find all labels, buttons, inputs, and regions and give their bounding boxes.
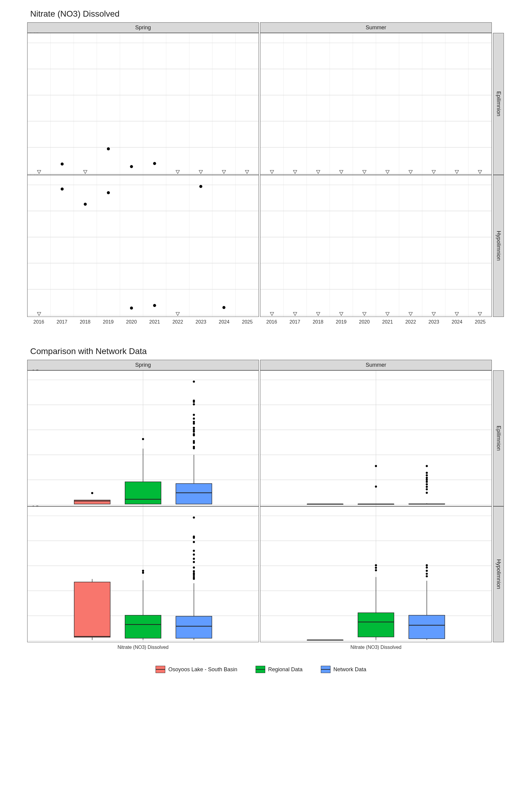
svg-point-144 xyxy=(426,477,428,479)
svg-point-61 xyxy=(222,306,225,309)
svg-rect-93 xyxy=(125,482,161,504)
svg-point-173 xyxy=(193,570,195,572)
panel2-spring-hypo xyxy=(27,506,259,642)
facet-row-epi: Epilimnion xyxy=(493,33,504,175)
svg-point-58 xyxy=(130,307,133,310)
svg-point-113 xyxy=(193,403,195,405)
svg-rect-157 xyxy=(74,582,110,637)
svg-point-172 xyxy=(193,572,195,574)
svg-point-163 xyxy=(142,572,144,574)
panel-spring-epi xyxy=(27,33,259,175)
facet-row-epi: Epilimnion xyxy=(493,370,504,506)
svg-point-207 xyxy=(426,570,428,572)
svg-point-105 xyxy=(193,433,195,435)
svg-point-18 xyxy=(107,147,110,150)
svg-point-208 xyxy=(426,566,428,569)
x-cat: Nitrate (NO3) Dissolved xyxy=(260,642,492,651)
facet-col-summer: Summer xyxy=(260,22,492,33)
facet-row-hypo: Hypolimnion xyxy=(493,506,504,642)
legend-label: Network Data xyxy=(334,666,366,673)
svg-point-103 xyxy=(193,440,195,442)
svg-point-19 xyxy=(130,165,133,168)
panel2-summer-hypo xyxy=(260,506,492,642)
svg-point-205 xyxy=(426,575,428,577)
svg-point-20 xyxy=(153,162,156,165)
svg-point-174 xyxy=(193,566,195,569)
svg-point-209 xyxy=(426,564,428,566)
panel-summer-epi xyxy=(260,33,492,175)
svg-rect-98 xyxy=(176,484,212,504)
facet-col-spring: Spring xyxy=(27,22,259,33)
chart2-title: Comparison with Network Data xyxy=(30,346,516,356)
svg-point-181 xyxy=(193,535,195,538)
panel2-spring-epi xyxy=(27,370,259,506)
svg-point-179 xyxy=(193,541,195,543)
svg-point-101 xyxy=(193,446,195,448)
svg-rect-196 xyxy=(358,613,394,637)
svg-point-57 xyxy=(107,191,110,194)
svg-point-107 xyxy=(193,429,195,431)
svg-point-112 xyxy=(193,414,195,416)
panel2-summer-epi xyxy=(260,370,492,506)
svg-point-95 xyxy=(142,438,144,440)
svg-point-115 xyxy=(193,400,195,402)
svg-point-164 xyxy=(142,570,144,572)
svg-point-142 xyxy=(426,481,428,483)
svg-point-140 xyxy=(426,486,428,488)
legend-swatch-icon xyxy=(321,666,330,673)
panel-summer-hypo xyxy=(260,175,492,317)
svg-point-111 xyxy=(193,418,195,420)
svg-point-59 xyxy=(153,304,156,307)
svg-point-147 xyxy=(426,465,428,467)
legend-osoyoos: Osoyoos Lake - South Basin xyxy=(156,666,237,673)
svg-point-55 xyxy=(61,188,64,190)
svg-point-143 xyxy=(426,479,428,481)
svg-rect-88 xyxy=(74,500,110,504)
svg-point-198 xyxy=(375,569,377,571)
x-ticks: 2016201720182019202020212022202320242025 xyxy=(260,317,492,325)
svg-point-138 xyxy=(426,492,428,494)
facet-col-spring: Spring xyxy=(27,360,259,370)
svg-point-110 xyxy=(193,421,195,423)
svg-point-146 xyxy=(426,472,428,474)
svg-point-56 xyxy=(84,203,87,206)
x-ticks: 2016201720182019202020212022202320242025 xyxy=(27,317,259,325)
svg-rect-161 xyxy=(125,615,161,638)
facet-row-hypo: Hypolimnion xyxy=(493,175,504,317)
svg-point-199 xyxy=(375,567,377,569)
facet-col-summer: Summer xyxy=(260,360,492,370)
svg-point-116 xyxy=(193,381,195,383)
chart1-title: Nitrate (NO3) Dissolved xyxy=(30,9,516,19)
legend-network: Network Data xyxy=(321,666,366,673)
svg-point-176 xyxy=(193,557,195,560)
svg-point-90 xyxy=(91,492,93,494)
svg-point-133 xyxy=(375,465,377,467)
svg-point-170 xyxy=(193,576,195,578)
svg-point-145 xyxy=(426,474,428,476)
svg-point-177 xyxy=(193,553,195,555)
svg-point-182 xyxy=(193,516,195,519)
legend-swatch-icon xyxy=(256,666,265,673)
svg-point-60 xyxy=(199,185,202,188)
svg-point-175 xyxy=(193,561,195,563)
svg-point-108 xyxy=(193,427,195,429)
svg-rect-167 xyxy=(176,616,212,638)
svg-point-132 xyxy=(375,485,377,488)
svg-point-17 xyxy=(61,163,64,165)
legend-label: Osoyoos Lake - South Basin xyxy=(168,666,237,673)
svg-point-206 xyxy=(426,573,428,575)
x-cat: Nitrate (NO3) Dissolved xyxy=(27,642,259,651)
svg-point-141 xyxy=(426,483,428,485)
svg-point-139 xyxy=(426,488,428,490)
legend-swatch-icon xyxy=(156,666,165,673)
svg-point-178 xyxy=(193,550,195,552)
svg-rect-203 xyxy=(409,615,445,639)
legend-label: Regional Data xyxy=(268,666,303,673)
legend: Osoyoos Lake - South Basin Regional Data… xyxy=(6,666,516,673)
panel-spring-hypo xyxy=(27,175,259,317)
svg-point-200 xyxy=(375,564,377,566)
legend-regional: Regional Data xyxy=(256,666,303,673)
